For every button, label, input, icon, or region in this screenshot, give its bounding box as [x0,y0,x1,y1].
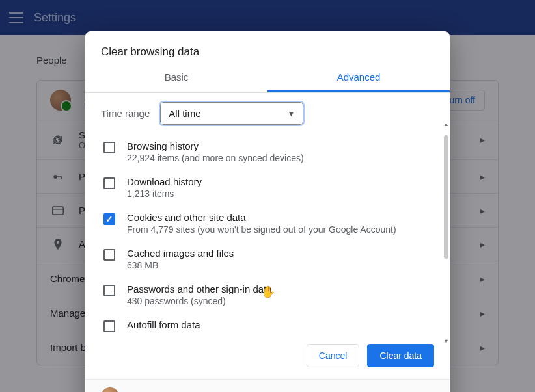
dialog-body: Time range All time ▼ Browsing history 2… [85,93,450,332]
option-title: Download history [127,176,202,187]
option-title: Cookies and other site data [127,212,396,223]
option-autofill[interactable]: Autofill form data [101,313,434,332]
dialog-tabs: Basic Advanced [85,64,450,93]
cancel-button[interactable]: Cancel [307,344,360,367]
option-title: Passwords and other sign-in data [127,283,272,294]
checkbox[interactable] [103,142,115,153]
dialog-actions: Cancel Clear data [85,332,450,379]
checkbox[interactable] [103,249,115,261]
option-title: Cached images and files [127,248,234,259]
option-cookies[interactable]: Cookies and other site data From 4,779 s… [101,205,434,241]
option-subtitle: 638 MB [127,260,234,270]
checkbox[interactable] [103,320,115,332]
dialog-footer: Eric Griffith [85,379,450,392]
dialog-title: Clear browsing data [85,31,450,64]
option-subtitle: 430 passwords (synced) [127,296,272,306]
checkbox[interactable] [103,213,115,225]
tab-advanced[interactable]: Advanced [268,64,450,92]
option-title: Autofill form data [127,319,200,330]
time-range-select[interactable]: All time ▼ [160,102,303,125]
option-title: Browsing history [127,140,304,151]
chevron-down-icon: ▼ [287,109,295,118]
options-list: Browsing history 22,924 items (and more … [101,134,434,332]
clear-browsing-data-dialog: Clear browsing data Basic Advanced ▲ ▼ T… [85,31,450,392]
clear-data-button[interactable]: Clear data [367,344,434,367]
option-passwords[interactable]: Passwords and other sign-in data 430 pas… [101,277,434,313]
checkbox[interactable] [103,285,115,296]
option-download-history[interactable]: Download history 1,213 items [101,170,434,205]
tab-basic[interactable]: Basic [85,64,268,92]
checkbox[interactable] [103,177,115,189]
option-cached[interactable]: Cached images and files 638 MB [101,241,434,277]
option-subtitle: 1,213 items [127,189,202,199]
option-browsing-history[interactable]: Browsing history 22,924 items (and more … [101,134,434,170]
time-range-row: Time range All time ▼ [101,102,434,125]
time-range-value: All time [169,108,200,119]
time-range-label: Time range [101,108,150,119]
avatar [101,387,119,392]
option-subtitle: From 4,779 sites (you won't be signed ou… [127,224,396,235]
option-subtitle: 22,924 items (and more on synced devices… [127,153,304,163]
scroll-down-icon[interactable]: ▼ [443,338,449,345]
